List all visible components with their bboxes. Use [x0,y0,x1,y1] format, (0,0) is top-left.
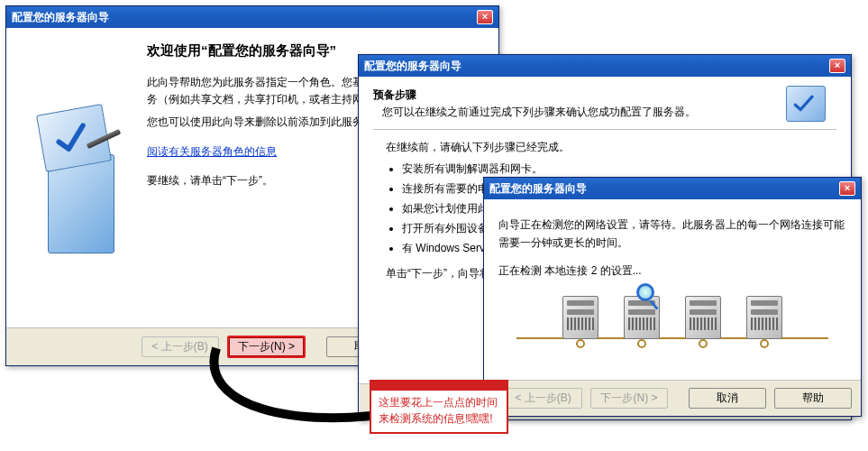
cancel-button[interactable]: 取消 [689,388,766,409]
server-icon [786,86,836,125]
prereq-title: 预备步骤 [373,87,786,103]
server-icon [620,296,663,343]
server-icon [743,296,786,343]
next-button: 下一步(N) > [590,388,668,409]
network-diagram [498,296,846,343]
titlebar[interactable]: 配置您的服务器向导 × [484,178,861,199]
wizard-art [23,41,140,322]
magnify-icon [636,283,654,301]
titlebar[interactable]: 配置您的服务器向导 × [6,6,498,28]
help-button[interactable]: 帮助 [774,388,852,409]
annotation-note: 这里要花上一点点的时间来检测系统的信息!嘿嘿! [370,380,508,434]
prereq-subtitle: 您可以在继续之前通过完成下列步骤来确认您成功配置了服务器。 [382,105,786,120]
detect-msg: 向导正在检测您的网络设置，请等待。此服务器上的每一个网络连接可能需要一分钟或更长… [498,216,846,253]
titlebar[interactable]: 配置您的服务器向导 × [359,55,851,77]
close-icon[interactable]: × [829,59,845,73]
server-icon [681,296,725,343]
window-title: 配置您的服务器向导 [364,59,461,74]
annotation-text: 这里要花上一点点的时间来检测系统的信息!嘿嘿! [379,396,498,424]
prereq-lead: 在继续前，请确认下列步骤已经完成。 [386,139,836,156]
wizard-window-detecting: 配置您的服务器向导 × 向导正在检测您的网络设置，请等待。此服务器上的每一个网络… [483,177,862,417]
close-icon[interactable]: × [839,181,855,196]
server-icon [559,296,602,343]
roles-info-link[interactable]: 阅读有关服务器角色的信息 [147,144,277,160]
list-item: 安装所有调制解调器和网卡。 [402,161,836,177]
next-button[interactable]: 下一步(N) > [227,336,306,358]
prev-button: < 上一步(B) [142,336,219,357]
prev-button: < 上一步(B) [505,388,582,409]
window-title: 配置您的服务器向导 [12,10,109,25]
window-title: 配置您的服务器向导 [489,181,587,197]
detect-status: 正在检测 本地连接 2 的设置... [498,262,846,280]
button-row: < 上一步(B) 下一步(N) > 取消 帮助 [484,380,861,416]
close-icon[interactable]: × [477,10,493,24]
